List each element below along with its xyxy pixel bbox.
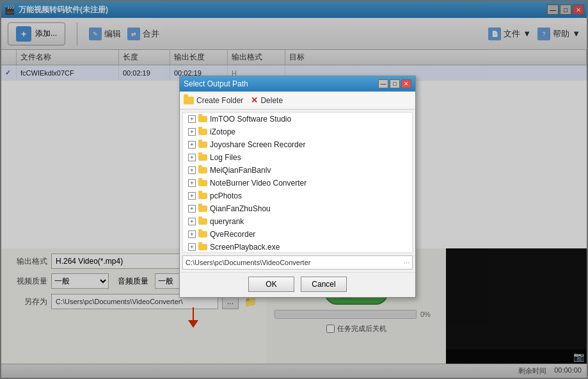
merge-label: 合并 [143, 28, 159, 40]
tree-expand-icon[interactable]: + [188, 218, 196, 225]
add-label: 添加... [35, 28, 57, 39]
shutdown-label: 任务完成后关机 [337, 324, 386, 334]
file-button[interactable]: 📄 文件 ▼ [488, 28, 531, 40]
th-out-format: 输出格式 [228, 50, 285, 65]
tree-item-label: QveRecorder [210, 230, 255, 239]
tree-folder-icon [198, 154, 207, 161]
tree-folder-icon [198, 231, 207, 238]
tree-expand-icon[interactable]: + [188, 230, 196, 238]
file-icon: 📄 [488, 28, 501, 40]
title-bar-left: 🎬 万能视频转码软件(未注册) [4, 4, 108, 15]
tree-folder-icon [198, 129, 207, 135]
row-check: ✓ [1, 65, 17, 80]
tree-expand-icon[interactable]: + [188, 179, 196, 187]
tree-item[interactable]: +ScreenPlayback.exe [183, 241, 412, 253]
create-folder-label: Create Folder [196, 96, 243, 105]
close-button[interactable]: ✕ [573, 4, 584, 15]
toolbar-right: 📄 文件 ▼ ? 帮助 ▼ [488, 28, 580, 40]
tree-folder-icon [198, 180, 207, 186]
tree-expand-icon[interactable]: + [188, 154, 196, 161]
tree-expand-icon[interactable]: + [188, 192, 196, 200]
tree-expand-icon[interactable]: + [188, 243, 196, 251]
camera-icon[interactable]: 📷 [573, 351, 584, 362]
audio-quality-label: 音频质量 [118, 276, 148, 287]
tree-folder-icon [198, 167, 207, 173]
tree-item-label: ScreenPlayback.exe [210, 243, 280, 252]
modal-maximize-button[interactable]: □ [390, 79, 400, 88]
help-icon: ? [537, 28, 550, 40]
tree-item[interactable]: +pcPhotos [183, 190, 412, 202]
video-preview: 📷 [446, 248, 587, 364]
maximize-button[interactable]: □ [560, 4, 571, 15]
th-target: 目标 [285, 50, 587, 65]
tree-item[interactable]: +ImTOO Software Studio [183, 113, 412, 125]
toolbar-separator [77, 22, 77, 45]
tree-item[interactable]: +Joyoshare Screen Recorder [183, 138, 412, 151]
edit-button[interactable]: ✎ 编辑 [89, 28, 121, 40]
minimize-button[interactable]: — [547, 4, 559, 15]
tree-item-label: MeiQianFanBanlv [210, 166, 271, 175]
th-out-duration: 输出长度 [170, 50, 228, 65]
path-value: C:\Users\pc\Documents\VideoConverter [186, 259, 310, 266]
tree-item[interactable]: +Log Files [183, 151, 412, 164]
tree-folder-icon [198, 116, 207, 122]
add-icon: + [16, 26, 31, 42]
video-quality-select[interactable]: 一般 [51, 273, 109, 289]
tree-item[interactable]: +MeiQianFanBanlv [183, 164, 412, 177]
tree-item-label: ImTOO Software Studio [210, 115, 291, 124]
delete-label: Delete [260, 96, 283, 105]
remaining-label: 剩余时间 [518, 366, 546, 376]
modal-title-text: Select Output Path [184, 79, 248, 88]
window-title: 万能视频转码软件(未注册) [19, 4, 108, 15]
shutdown-checkbox[interactable] [326, 325, 335, 333]
progress-bar [274, 310, 417, 319]
help-button[interactable]: ? 帮助 ▼ [537, 28, 580, 40]
progress-row: 0% [274, 310, 438, 319]
video-quality-label: 视频质量 [9, 276, 47, 287]
merge-icon: ⇄ [127, 28, 140, 40]
video-controls-bar: 📷 [446, 350, 587, 364]
add-button[interactable]: + 添加... [8, 22, 65, 45]
modal-title-controls: — □ ✕ [378, 79, 411, 88]
merge-button[interactable]: ⇄ 合并 [127, 28, 159, 40]
title-controls: — □ ✕ [547, 4, 584, 15]
save-as-label: 另存为 [9, 296, 47, 307]
tree-item[interactable]: +iZotope [183, 125, 412, 138]
tree-item[interactable]: +QianFanZhuShou [183, 202, 412, 215]
help-label: 帮助 [553, 28, 569, 40]
cancel-button[interactable]: Cancel [301, 277, 347, 292]
toolbar: + 添加... ✎ 编辑 ⇄ 合并 📄 文件 ▼ ? 帮助 ▼ [1, 18, 587, 50]
title-bar: 🎬 万能视频转码软件(未注册) — □ ✕ [1, 1, 587, 18]
tree-expand-icon[interactable]: + [188, 205, 196, 213]
ok-button[interactable]: OK [248, 277, 294, 292]
tree-item-label: Joyoshare Screen Recorder [210, 140, 305, 149]
folder-tree[interactable]: +ImTOO Software Studio+iZotope+Joyoshare… [182, 112, 413, 253]
modal-toolbar: Create Folder ✕ Delete [180, 92, 415, 109]
create-folder-button[interactable]: Create Folder [184, 96, 243, 105]
tree-item[interactable]: +NoteBurner Video Converter [183, 177, 412, 190]
tree-folder-icon [198, 218, 207, 225]
modal-footer: OK Cancel [180, 272, 415, 297]
create-folder-icon [184, 97, 194, 104]
path-dots: ··· [404, 259, 409, 266]
path-bar: C:\Users\pc\Documents\VideoConverter ··· [182, 255, 413, 270]
tree-expand-icon[interactable]: + [188, 166, 196, 174]
edit-label: 编辑 [104, 28, 121, 40]
tree-item-label: Log Files [210, 153, 241, 162]
file-label: 文件 [504, 28, 520, 40]
tree-expand-icon[interactable]: + [188, 115, 196, 123]
arrow-indicator [188, 307, 198, 328]
tree-folder-icon [198, 244, 207, 250]
delete-button[interactable]: ✕ Delete [251, 95, 283, 105]
tree-item[interactable]: +QveRecorder [183, 228, 412, 241]
tree-item-label: iZotope [210, 127, 235, 136]
tree-expand-icon[interactable]: + [188, 128, 196, 136]
modal-minimize-button[interactable]: — [378, 79, 388, 88]
tree-item[interactable]: +queryrank [183, 215, 412, 228]
tree-expand-icon[interactable]: + [188, 141, 196, 149]
modal-close-button[interactable]: ✕ [401, 79, 411, 88]
status-bar: 剩余时间 00:00:00 [1, 364, 587, 378]
th-duration: 长度 [119, 50, 170, 65]
select-output-path-dialog[interactable]: Select Output Path — □ ✕ Create Folder ✕… [179, 76, 416, 298]
help-arrow: ▼ [572, 29, 580, 38]
